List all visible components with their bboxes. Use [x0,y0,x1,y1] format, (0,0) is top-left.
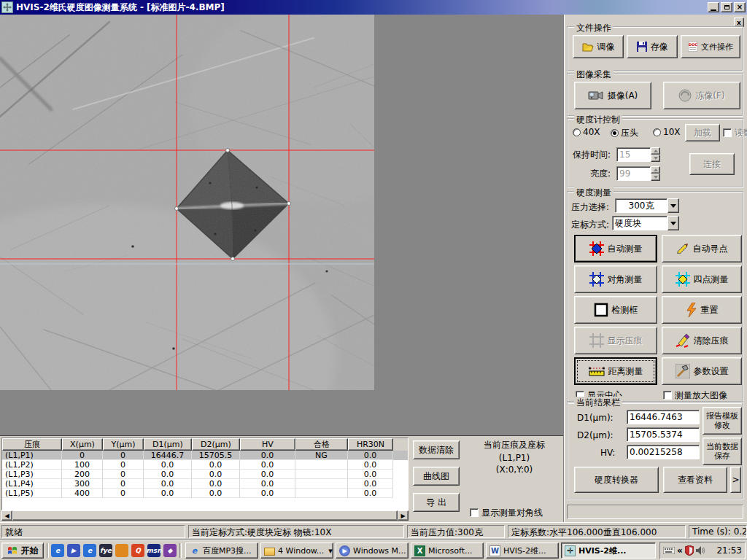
brightness-spinner[interactable] [651,166,660,181]
clear-data-button[interactable]: 数据清除 [413,440,460,459]
scroll-right-button[interactable]: ▶ [398,510,409,521]
freeze-button[interactable]: 冻像(F) [663,82,740,109]
table-header-cell[interactable]: D1(μm) [144,438,192,451]
read-checkbox[interactable]: 读数 [723,127,747,139]
parameter-settings-button[interactable]: 参数设置 [662,357,742,385]
speaker-icon[interactable] [696,546,705,555]
capture-button[interactable]: 摄像(A) [574,82,651,109]
status-bar: 就绪 当前定标方式:硬度块定标 物镜:10X 当前压力值:300克 定标系数:水… [0,522,747,540]
show-diagonal-checkbox[interactable] [470,508,479,517]
clear-indent-button[interactable]: 清除压痕 [662,327,742,354]
table-cell: 16446.7 [144,451,192,460]
panel-footer-strip [567,505,743,519]
taskbar-task-button[interactable]: ▶Windows M... [336,542,409,559]
table-cell: 400 [62,489,103,498]
radio-indenter[interactable]: 压头 [611,127,638,139]
connect-button[interactable]: 连接 [689,153,735,175]
open-folder-icon [582,42,594,52]
view-reference-button[interactable]: 查看资料 [663,467,727,493]
table-header-cell[interactable]: X(μm) [62,438,103,451]
save-image-button[interactable]: 存像 [627,35,678,58]
taskbar-task-button[interactable]: 4 Window...▾ [260,542,333,559]
application-window: HVIS-2维氏硬度图像测量系统 - [标准图片-4.BMP] × [0,0,747,560]
show-indent-button[interactable]: 显示压痕 [574,327,657,354]
table-header-cell[interactable]: 合格 [295,438,348,451]
hold-time-field[interactable]: 15 [616,147,651,162]
windows-colors-icon[interactable]: ◆ [163,544,177,557]
ie-icon[interactable]: e [83,544,96,557]
brightness-field[interactable]: 99 [616,166,651,181]
file-operations-button[interactable]: DOC 文件操作 [681,35,740,58]
table-horizontal-scrollbar[interactable]: ◀ ▶ [1,510,409,521]
chevron-down-icon[interactable] [667,216,679,230]
minimize-button[interactable] [708,2,719,12]
table-cell: NG [295,451,348,460]
d1-field[interactable]: 16446.7463 [627,410,700,424]
tray-clock[interactable]: 21:53 [716,545,742,556]
msn-icon[interactable]: msn [147,544,160,557]
export-button[interactable]: 导 出 [413,493,460,512]
detect-box-button[interactable]: 检测框 [574,296,657,324]
results-table: 压痕X(μm)Y(μm)D1(μm)D2(μm)HV合格HR30N(L1,P1)… [1,438,409,510]
table-header-cell[interactable]: HV [240,438,295,451]
taskbar-task-button[interactable]: XMicrosoft... [411,542,484,559]
close-button[interactable]: × [734,2,746,12]
shield-icon[interactable] [685,545,694,556]
calib-mode-combo[interactable]: 硬度块 [612,216,679,230]
d2-field[interactable]: 15705.5374 [627,427,700,442]
micrograph-image[interactable] [0,15,374,390]
ie-icon: e [189,545,200,556]
quicktime-icon[interactable]: Q [131,544,144,557]
chevron-down-icon[interactable]: ▾ [328,546,333,556]
scrollbar-thumb[interactable] [12,510,398,521]
radio-10x[interactable]: 10X [653,127,681,137]
folder-icon [264,548,275,556]
keyboard-icon[interactable] [663,547,675,554]
table-row[interactable]: (L1,P4)30000.00.00.00.0 [2,479,408,489]
radio-40x[interactable]: 40X [573,127,600,137]
chevron-icon[interactable]: « [677,545,683,556]
table-row[interactable]: (L1,P1)0016446.715705.50.0NG0.0 [2,451,408,460]
save-current-data-button[interactable]: 当前数据 保存 [703,438,742,465]
table-header-cell[interactable]: 压痕 [2,438,62,451]
media-player-icon[interactable]: ▶ [67,544,80,557]
table-header-cell[interactable]: Y(μm) [103,438,144,451]
taskbar-task-button[interactable]: e百度MP3搜... [185,542,258,559]
chevron-down-icon[interactable] [667,198,679,213]
report-template-button[interactable]: 报告模板 修改 [703,407,742,435]
reset-button[interactable]: 重置 [662,296,742,324]
load-force-button[interactable]: 加载 [685,124,720,141]
auto-measure-button[interactable]: 自动测量 [574,235,657,262]
table-row[interactable]: (L1,P3)20000.00.00.00.0 [2,470,408,479]
curve-chart-button[interactable]: 曲线图 [413,467,460,486]
force-select-combo[interactable]: 300克 [615,198,679,213]
window-title: HVIS-2维氏硬度图像测量系统 - [标准图片-4.BMP] [16,1,706,14]
table-header-cell[interactable]: D2(μm) [192,438,240,451]
zoom-measure-checkbox[interactable]: 测量放大图像 [663,389,727,402]
table-row[interactable]: (L1,P5)40000.00.00.00.0 [2,489,408,498]
distance-measure-button[interactable]: 距离测量 [574,357,657,385]
ie-star-icon[interactable]: e [51,544,64,557]
measure-group: 硬度测量 压力选择: 300克 定标方式: 硬度块 自动测量 自动寻点 对角测 [567,191,743,404]
more-button[interactable]: > [730,467,741,493]
restore-button[interactable] [721,2,732,12]
table-cell: (L1,P4) [2,479,62,489]
auto-seek-button[interactable]: 自动寻点 [662,235,742,262]
four-point-measure-button[interactable]: 四点测量 [662,265,742,293]
diagonal-measure-button[interactable]: 对角测量 [574,265,657,293]
table-header-cell[interactable]: HR30N [348,438,393,451]
hardness-converter-button[interactable]: 硬度转换器 [574,467,659,493]
globe-icon[interactable] [115,544,128,557]
load-image-button[interactable]: 调像 [573,35,624,58]
indent-coords: (X:0,Y:0) [467,464,562,475]
table-row[interactable]: (L1,P2)10000.00.00.00.0 [2,460,408,470]
eye-icon[interactable]: fye [99,544,112,557]
taskbar-task-button[interactable]: ✛HVIS-2维... [561,542,656,559]
os-taskbar: 开始 e▶efyeQmsn◆ e百度MP3搜...4 Window...▾▶Wi… [0,540,747,560]
scroll-left-button[interactable]: ◀ [1,510,12,521]
hold-time-spinner[interactable] [651,147,660,162]
start-button[interactable]: 开始 [1,542,44,559]
hv-field[interactable]: 0.00215258 [627,445,700,459]
taskbar-task-button[interactable]: WHVIS-2维... [486,542,559,559]
table-cell: 0 [103,460,144,470]
